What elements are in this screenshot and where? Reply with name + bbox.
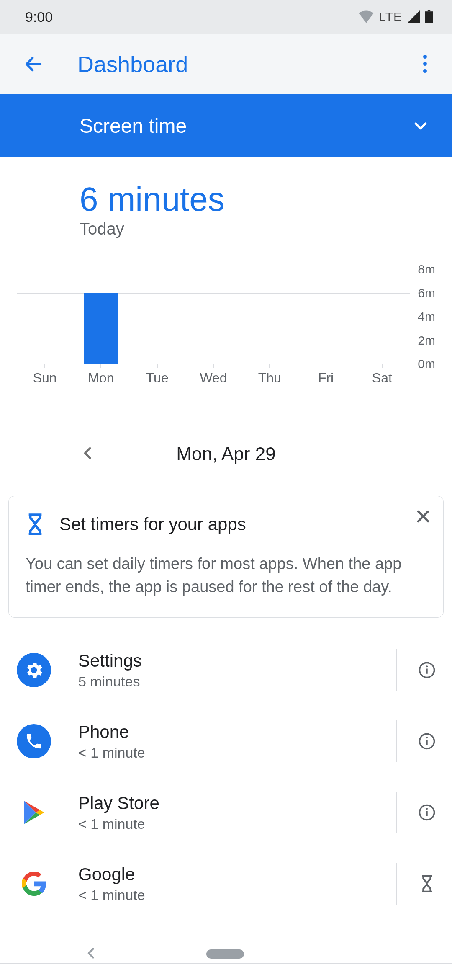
svg-point-10: [426, 737, 428, 738]
network-label: LTE: [379, 10, 402, 24]
tip-card: Set timers for your apps You can set dai…: [8, 496, 444, 618]
system-nav-bar: [0, 928, 452, 980]
chevron-left-icon: [84, 946, 99, 961]
app-info-button[interactable]: [414, 729, 439, 754]
y-tick: 2m: [418, 333, 435, 348]
date-navigator: Mon, Apr 29: [17, 439, 435, 469]
y-tick: 6m: [418, 286, 435, 300]
category-selector[interactable]: Screen time: [0, 94, 452, 157]
app-row[interactable]: Google< 1 minute: [0, 848, 452, 919]
usage-chart: 8m6m4m2m0m SunMonTueWedThuFriSat: [17, 270, 435, 391]
previous-day-button[interactable]: [80, 445, 96, 463]
svg-rect-1: [428, 10, 430, 11]
app-info-button[interactable]: [414, 800, 439, 825]
arrow-left-icon: [23, 54, 44, 75]
y-tick: 4m: [418, 309, 435, 324]
app-duration-label: < 1 minute: [78, 745, 379, 761]
status-bar: 9:00 LTE: [0, 0, 452, 34]
app-row[interactable]: Phone< 1 minute: [0, 706, 452, 777]
chart-bar-slot[interactable]: [241, 270, 298, 364]
x-tick: Tue: [129, 370, 185, 386]
close-icon: [415, 508, 431, 525]
app-bar: Dashboard: [0, 34, 452, 94]
summary-value: 6 minutes: [80, 180, 452, 219]
chart-bar-slot[interactable]: [129, 270, 185, 364]
chart-bar-slot[interactable]: [298, 270, 354, 364]
app-name-label: Phone: [78, 722, 379, 742]
settings-icon: [17, 653, 51, 687]
app-name-label: Play Store: [78, 793, 379, 813]
chart-bar-slot[interactable]: [354, 270, 410, 364]
app-duration-label: 5 minutes: [78, 673, 379, 690]
x-tick: Fri: [298, 370, 354, 386]
app-duration-label: < 1 minute: [78, 816, 379, 832]
svg-rect-0: [425, 11, 433, 23]
row-divider: [396, 649, 397, 691]
chevron-down-icon: [412, 117, 429, 134]
more-vert-icon: [423, 53, 427, 75]
x-tick: Wed: [185, 370, 241, 386]
summary: 6 minutes Today: [0, 157, 452, 238]
current-date-label: Mon, Apr 29: [176, 444, 275, 464]
svg-point-7: [426, 665, 428, 667]
svg-point-13: [426, 808, 428, 810]
page-title: Dashboard: [77, 51, 188, 77]
app-info-button[interactable]: [414, 658, 439, 683]
category-label: Screen time: [80, 114, 187, 137]
app-row[interactable]: Settings5 minutes: [0, 634, 452, 706]
chart-bar-slot[interactable]: [73, 270, 129, 364]
status-time: 9:00: [25, 9, 53, 25]
chart-plot: [17, 270, 410, 364]
tip-close-button[interactable]: [415, 508, 431, 526]
overflow-menu-button[interactable]: [410, 49, 439, 79]
nav-back-button[interactable]: [84, 946, 99, 962]
x-tick: Mon: [73, 370, 129, 386]
app-row[interactable]: Play Store< 1 minute: [0, 777, 452, 848]
tip-body: You can set daily timers for most apps. …: [26, 552, 426, 598]
x-tick: Sun: [17, 370, 73, 386]
tip-title: Set timers for your apps: [59, 514, 246, 534]
x-tick: Sat: [354, 370, 410, 386]
summary-period: Today: [80, 219, 452, 238]
app-name-label: Settings: [78, 651, 379, 671]
status-right: LTE: [359, 10, 433, 24]
play-icon: [17, 795, 51, 830]
battery-icon: [425, 10, 433, 23]
app-name-label: Google: [78, 864, 379, 885]
y-tick: 8m: [418, 262, 435, 276]
row-divider: [396, 792, 397, 833]
app-duration-label: < 1 minute: [78, 887, 379, 903]
phone-icon: [17, 724, 51, 758]
app-timer-button[interactable]: [414, 871, 439, 896]
x-tick: Thu: [241, 370, 298, 386]
y-tick: 0m: [418, 357, 435, 371]
chart-bar-slot[interactable]: [17, 270, 73, 364]
back-button[interactable]: [19, 49, 48, 79]
row-divider: [396, 863, 397, 905]
app-list: Settings5 minutesPhone< 1 minutePlay Sto…: [0, 634, 452, 919]
wifi-icon: [359, 10, 374, 23]
x-axis-labels: SunMonTueWedThuFriSat: [17, 370, 410, 386]
chart-bar-slot[interactable]: [185, 270, 241, 364]
nav-home-pill[interactable]: [206, 949, 244, 959]
y-axis-labels: 8m6m4m2m0m: [418, 262, 435, 371]
chevron-left-icon: [80, 445, 96, 462]
cell-signal-icon: [407, 10, 420, 23]
chart-bar: [84, 293, 118, 364]
row-divider: [396, 720, 397, 762]
google-icon: [17, 867, 51, 901]
hourglass-icon: [26, 513, 45, 536]
